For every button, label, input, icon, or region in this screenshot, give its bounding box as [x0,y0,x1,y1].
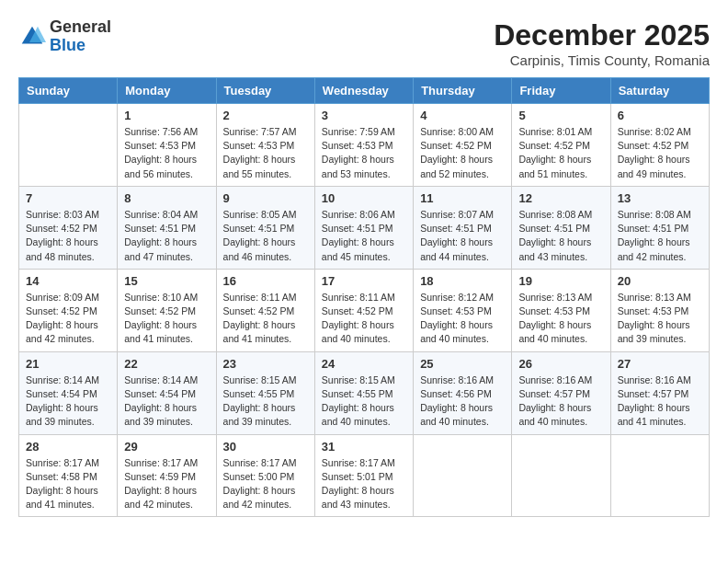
day-info: Sunrise: 8:15 AMSunset: 4:55 PMDaylight:… [322,373,406,430]
day-number: 2 [223,109,308,122]
day-number: 30 [223,440,308,454]
calendar-week-2: 7Sunrise: 8:03 AMSunset: 4:52 PMDaylight… [19,186,710,269]
calendar-week-4: 21Sunrise: 8:14 AMSunset: 4:54 PMDayligh… [19,351,710,434]
header: General Blue December 2025 Carpinis, Tim… [18,18,710,68]
day-info: Sunrise: 8:17 AMSunset: 5:01 PMDaylight:… [322,456,406,512]
calendar-cell: 6Sunrise: 8:02 AMSunset: 4:52 PMDaylight… [610,104,709,187]
day-number: 18 [420,274,505,288]
calendar-week-1: 1Sunrise: 7:56 AMSunset: 4:53 PMDaylight… [19,104,710,187]
day-number: 21 [26,357,110,371]
day-number: 4 [420,109,505,122]
day-number: 22 [124,357,209,371]
calendar-cell: 18Sunrise: 8:12 AMSunset: 4:53 PMDayligh… [414,269,512,351]
day-number: 27 [618,357,702,371]
calendar-cell: 27Sunrise: 8:16 AMSunset: 4:57 PMDayligh… [610,351,709,434]
day-number: 6 [618,109,702,122]
day-info: Sunrise: 8:13 AMSunset: 4:53 PMDaylight:… [518,291,603,347]
day-info: Sunrise: 8:14 AMSunset: 4:54 PMDaylight:… [124,373,209,430]
day-number: 17 [322,274,406,288]
day-number: 11 [420,191,505,205]
day-info: Sunrise: 8:03 AMSunset: 4:52 PMDaylight:… [26,208,110,264]
day-info: Sunrise: 8:16 AMSunset: 4:57 PMDaylight:… [618,373,702,430]
day-number: 23 [223,357,308,371]
calendar-week-3: 14Sunrise: 8:09 AMSunset: 4:52 PMDayligh… [19,269,710,351]
calendar-header: SundayMondayTuesdayWednesdayThursdayFrid… [19,78,710,104]
logo-general-text: General [50,18,111,37]
calendar-cell: 2Sunrise: 7:57 AMSunset: 4:53 PMDaylight… [216,104,314,187]
day-info: Sunrise: 8:17 AMSunset: 5:00 PMDaylight:… [223,456,308,512]
day-info: Sunrise: 7:56 AMSunset: 4:53 PMDaylight:… [124,125,209,181]
day-info: Sunrise: 8:01 AMSunset: 4:52 PMDaylight:… [518,125,603,181]
day-info: Sunrise: 8:08 AMSunset: 4:51 PMDaylight:… [618,208,702,264]
day-number: 29 [124,440,209,454]
weekday-header-saturday: Saturday [610,78,709,104]
day-number: 19 [518,274,603,288]
day-info: Sunrise: 8:02 AMSunset: 4:52 PMDaylight:… [618,125,702,181]
day-info: Sunrise: 8:16 AMSunset: 4:57 PMDaylight:… [518,373,603,430]
weekday-header-sunday: Sunday [19,78,118,104]
day-info: Sunrise: 8:15 AMSunset: 4:55 PMDaylight:… [223,373,308,430]
day-number: 8 [124,191,209,205]
day-info: Sunrise: 8:17 AMSunset: 4:58 PMDaylight:… [26,456,110,512]
calendar-cell: 24Sunrise: 8:15 AMSunset: 4:55 PMDayligh… [314,351,413,434]
weekday-header-wednesday: Wednesday [314,78,413,104]
logo-blue-text: Blue [50,37,111,55]
calendar-cell: 17Sunrise: 8:11 AMSunset: 4:52 PMDayligh… [314,269,413,351]
day-info: Sunrise: 8:16 AMSunset: 4:56 PMDaylight:… [420,373,505,430]
logo: General Blue [18,18,111,55]
day-info: Sunrise: 8:06 AMSunset: 4:51 PMDaylight:… [322,208,406,264]
calendar-cell: 10Sunrise: 8:06 AMSunset: 4:51 PMDayligh… [314,186,413,269]
logo-icon [18,23,46,51]
calendar-cell: 7Sunrise: 8:03 AMSunset: 4:52 PMDaylight… [19,186,118,269]
day-number: 15 [124,274,209,288]
weekday-header-monday: Monday [118,78,216,104]
calendar-cell: 25Sunrise: 8:16 AMSunset: 4:56 PMDayligh… [414,351,512,434]
calendar-cell: 28Sunrise: 8:17 AMSunset: 4:58 PMDayligh… [19,434,118,517]
calendar-cell: 22Sunrise: 8:14 AMSunset: 4:54 PMDayligh… [118,351,216,434]
logo-text: General Blue [50,18,111,55]
day-number: 16 [223,274,308,288]
calendar-cell: 12Sunrise: 8:08 AMSunset: 4:51 PMDayligh… [512,186,610,269]
day-info: Sunrise: 8:11 AMSunset: 4:52 PMDaylight:… [223,291,308,347]
day-number: 14 [26,274,110,288]
day-info: Sunrise: 8:07 AMSunset: 4:51 PMDaylight:… [420,208,505,264]
calendar-cell: 16Sunrise: 8:11 AMSunset: 4:52 PMDayligh… [216,269,314,351]
day-number: 10 [322,191,406,205]
calendar-table: SundayMondayTuesdayWednesdayThursdayFrid… [18,77,710,517]
calendar-cell [512,434,610,517]
calendar-cell: 3Sunrise: 7:59 AMSunset: 4:53 PMDaylight… [314,104,413,187]
calendar-cell [414,434,512,517]
calendar-cell [19,104,118,187]
day-number: 13 [618,191,702,205]
day-info: Sunrise: 8:05 AMSunset: 4:51 PMDaylight:… [223,208,308,264]
day-info: Sunrise: 8:17 AMSunset: 4:59 PMDaylight:… [124,456,209,512]
day-info: Sunrise: 8:04 AMSunset: 4:51 PMDaylight:… [124,208,209,264]
calendar-cell: 26Sunrise: 8:16 AMSunset: 4:57 PMDayligh… [512,351,610,434]
day-number: 1 [124,109,209,122]
day-number: 20 [618,274,702,288]
calendar-cell: 15Sunrise: 8:10 AMSunset: 4:52 PMDayligh… [118,269,216,351]
title-area: December 2025 Carpinis, Timis County, Ro… [494,18,710,68]
day-info: Sunrise: 8:11 AMSunset: 4:52 PMDaylight:… [322,291,406,347]
calendar-cell: 5Sunrise: 8:01 AMSunset: 4:52 PMDaylight… [512,104,610,187]
day-info: Sunrise: 8:08 AMSunset: 4:51 PMDaylight:… [518,208,603,264]
calendar-body: 1Sunrise: 7:56 AMSunset: 4:53 PMDaylight… [19,104,710,517]
day-info: Sunrise: 8:09 AMSunset: 4:52 PMDaylight:… [26,291,110,347]
calendar-cell: 8Sunrise: 8:04 AMSunset: 4:51 PMDaylight… [118,186,216,269]
calendar-week-5: 28Sunrise: 8:17 AMSunset: 4:58 PMDayligh… [19,434,710,517]
day-info: Sunrise: 8:13 AMSunset: 4:53 PMDaylight:… [618,291,702,347]
calendar-cell: 14Sunrise: 8:09 AMSunset: 4:52 PMDayligh… [19,269,118,351]
day-number: 9 [223,191,308,205]
day-number: 5 [518,109,603,122]
day-number: 28 [26,440,110,454]
weekday-header-tuesday: Tuesday [216,78,314,104]
calendar-cell [610,434,709,517]
month-title: December 2025 [494,18,710,52]
day-number: 12 [518,191,603,205]
weekday-header-friday: Friday [512,78,610,104]
day-info: Sunrise: 8:00 AMSunset: 4:52 PMDaylight:… [420,125,505,181]
calendar-cell: 1Sunrise: 7:56 AMSunset: 4:53 PMDaylight… [118,104,216,187]
day-number: 3 [322,109,406,122]
day-number: 7 [26,191,110,205]
calendar-cell: 30Sunrise: 8:17 AMSunset: 5:00 PMDayligh… [216,434,314,517]
